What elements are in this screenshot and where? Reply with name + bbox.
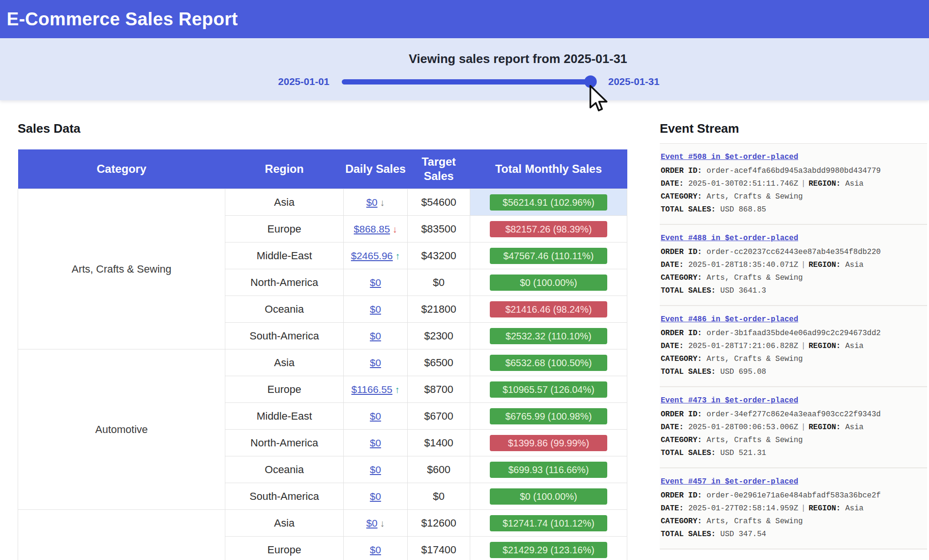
order-id-label: ORDER ID: <box>661 248 702 256</box>
date-value: 2025-01-28T00:06:53.006Z <box>688 423 798 432</box>
category-label: CATEGORY: <box>661 274 702 282</box>
region-label: REGION: <box>809 180 841 188</box>
target-sales-cell: $17400 <box>408 537 470 560</box>
event-date-line: DATE: 2025-01-27T02:58:14.959Z|REGION: A… <box>661 502 925 515</box>
total-sales-value: USD 347.54 <box>720 530 766 539</box>
total-sales-cell: $21429.29 (123.16%) <box>470 537 627 560</box>
region-cell: South-America <box>225 483 344 510</box>
date-label: DATE: <box>661 504 684 513</box>
daily-sales-link[interactable]: $868.85 <box>354 223 390 234</box>
event-date-line: DATE: 2025-01-28T18:35:40.071Z|REGION: A… <box>661 259 925 272</box>
event-card: Event #486 in $et-order-placedORDER ID: … <box>660 306 927 387</box>
event-total-line: TOTAL SALES: USD 868.85 <box>661 203 925 216</box>
target-sales-cell: $21800 <box>408 296 470 323</box>
region-cell: South-America <box>225 323 344 349</box>
sales-data-section: Sales Data Category Region Daily Sales T… <box>18 100 627 560</box>
table-row: Asia$0↓$12600$12741.74 (101.12%) <box>18 510 627 537</box>
daily-sales-link[interactable]: $2465.96 <box>351 250 393 261</box>
target-sales-cell: $12600 <box>408 510 470 537</box>
category-value: Arts, Crafts & Sewing <box>707 436 803 444</box>
region-label: REGION: <box>809 261 841 269</box>
daily-sales-cell: $0 <box>344 269 408 296</box>
col-header-category: Category <box>18 149 225 189</box>
total-sales-badge: $6532.68 (100.50%) <box>490 355 607 371</box>
total-sales-cell: $10965.57 (126.04%) <box>470 376 627 403</box>
event-category-line: CATEGORY: Arts, Crafts & Sewing <box>661 515 925 528</box>
daily-sales-link[interactable]: $0 <box>366 197 377 208</box>
total-sales-badge: $21429.29 (123.16%) <box>490 542 607 558</box>
daily-sales-link[interactable]: $0 <box>370 357 381 368</box>
slider-max-label: 2025-01-31 <box>608 76 659 87</box>
date-value: 2025-01-28T17:21:06.828Z <box>688 342 798 350</box>
event-link[interactable]: Event #457 in $et-order-placed <box>661 475 798 488</box>
event-link[interactable]: Event #473 in $et-order-placed <box>661 394 798 407</box>
event-link[interactable]: Event #486 in $et-order-placed <box>661 313 798 326</box>
region-cell: Asia <box>225 510 344 537</box>
daily-sales-link[interactable]: $0 <box>370 277 381 288</box>
total-sales-badge: $2532.32 (110.10%) <box>490 328 607 344</box>
total-sales-label: TOTAL SALES: <box>661 205 716 214</box>
date-label: DATE: <box>661 423 684 432</box>
date-label: DATE: <box>661 342 684 350</box>
category-cell <box>18 510 225 560</box>
sales-table-header: Category Region Daily Sales Target Sales… <box>18 149 627 189</box>
region-cell: Europe <box>225 376 344 403</box>
event-link[interactable]: Event #488 in $et-order-placed <box>661 232 798 245</box>
order-id-value: order-acef4fa66bd945a3abdd9980bd434779 <box>707 167 881 175</box>
event-category-line: CATEGORY: Arts, Crafts & Sewing <box>661 190 925 203</box>
trend-down-icon: ↓ <box>392 224 397 234</box>
target-sales-cell: $2300 <box>408 323 470 349</box>
daily-sales-link[interactable]: $0 <box>370 544 381 555</box>
order-id-value: order-34ef277c862e4a3eaaf903cc22f9343d <box>707 410 881 419</box>
total-sales-badge: $21416.46 (98.24%) <box>490 301 607 317</box>
event-order-line: ORDER ID: order-acef4fa66bd945a3abdd9980… <box>661 165 925 178</box>
col-header-region: Region <box>225 149 344 189</box>
event-total-line: TOTAL SALES: USD 347.54 <box>661 528 925 541</box>
daily-sales-link[interactable]: $0 <box>370 464 381 475</box>
daily-sales-link[interactable]: $0 <box>370 437 381 448</box>
daily-sales-link[interactable]: $0 <box>366 518 377 528</box>
target-sales-cell: $54600 <box>408 189 470 216</box>
total-sales-value: USD 3641.3 <box>720 286 766 295</box>
total-sales-label: TOTAL SALES: <box>661 286 716 295</box>
daily-sales-cell: $0↓ <box>344 510 408 537</box>
daily-sales-link[interactable]: $0 <box>370 411 381 422</box>
separator: | <box>798 423 809 432</box>
category-value: Arts, Crafts & Sewing <box>707 192 803 201</box>
daily-sales-link[interactable]: $1166.55 <box>351 384 392 395</box>
target-sales-cell: $0 <box>408 483 470 510</box>
event-total-line: TOTAL SALES: USD 521.31 <box>661 447 925 460</box>
table-row: Arts, Crafts & SewingAsia$0↓$54600$56214… <box>18 189 627 216</box>
event-date-line: DATE: 2025-01-30T02:51:11.746Z|REGION: A… <box>661 178 925 190</box>
event-category-line: CATEGORY: Arts, Crafts & Sewing <box>661 272 925 285</box>
daily-sales-link[interactable]: $0 <box>370 330 381 341</box>
event-stream-heading: Event Stream <box>660 121 927 136</box>
total-sales-label: TOTAL SALES: <box>661 368 716 376</box>
category-label: CATEGORY: <box>661 517 702 526</box>
total-sales-cell: $6765.99 (100.98%) <box>470 403 627 430</box>
order-id-label: ORDER ID: <box>661 329 702 338</box>
daily-sales-cell: $0 <box>344 296 408 323</box>
region-cell: Oceania <box>225 456 344 483</box>
total-sales-badge: $0 (100.00%) <box>490 488 607 505</box>
daily-sales-link[interactable]: $0 <box>370 304 381 315</box>
total-sales-value: USD 695.08 <box>720 368 766 376</box>
daily-sales-cell: $0 <box>344 349 408 376</box>
daily-sales-cell: $0 <box>344 483 408 510</box>
slider-caption: Viewing sales report from 2025-01-31 <box>409 52 627 66</box>
region-label: REGION: <box>809 423 841 432</box>
event-link[interactable]: Event #508 in $et-order-placed <box>661 151 798 164</box>
target-sales-cell: $8700 <box>408 376 470 403</box>
region-value: Asia <box>845 342 864 350</box>
date-slider-track[interactable] <box>342 79 592 85</box>
total-sales-badge: $699.93 (116.66%) <box>490 462 607 478</box>
sales-table-body: Arts, Crafts & SewingAsia$0↓$54600$56214… <box>18 189 627 560</box>
region-cell: Asia <box>225 189 344 216</box>
daily-sales-link[interactable]: $0 <box>370 491 381 502</box>
trend-up-icon: ↑ <box>395 251 400 261</box>
target-sales-cell: $6500 <box>408 349 470 376</box>
total-sales-cell: $0 (100.00%) <box>470 483 627 510</box>
event-total-line: TOTAL SALES: USD 695.08 <box>661 366 925 379</box>
date-slider-section: Viewing sales report from 2025-01-31 202… <box>0 38 929 100</box>
category-label: CATEGORY: <box>661 192 702 201</box>
